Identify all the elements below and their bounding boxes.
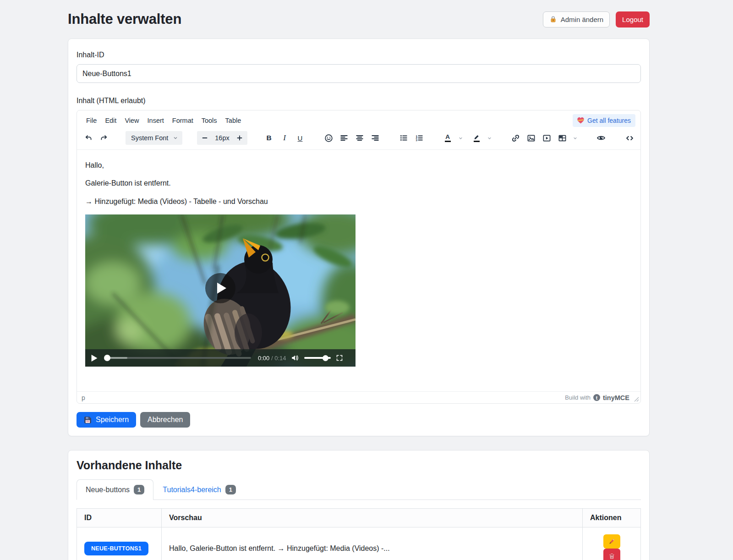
menu-edit[interactable]: Edit <box>101 114 120 127</box>
tab-tutorials4-bereich[interactable]: Tutorials4-bereich 1 <box>153 479 245 500</box>
text-color-button[interactable]: A <box>441 131 454 145</box>
bold-button[interactable]: B <box>262 131 276 145</box>
contents-table: ID Vorschau Aktionen NEUE-BUTTONS1 Hallo… <box>77 508 641 560</box>
underline-icon: U <box>298 134 303 142</box>
duration: 0:14 <box>274 355 286 362</box>
code-icon <box>625 134 634 143</box>
font-family-select[interactable]: System Font <box>126 131 182 145</box>
video-progress-bar[interactable] <box>105 357 251 359</box>
content-id-badge: NEUE-BUTTONS1 <box>84 542 148 555</box>
redo-button[interactable] <box>97 131 111 145</box>
volume-handle[interactable] <box>323 355 328 361</box>
editor-content-area[interactable]: Hallo, Galerie-Button ist entfernt. → Hi… <box>77 149 640 391</box>
link-icon <box>511 134 520 143</box>
existing-contents-section: Vorhandene Inhalte Neue-buttons 1 Tutori… <box>68 450 650 560</box>
font-family-value: System Font <box>131 134 168 142</box>
bullet-list-button[interactable] <box>397 131 410 145</box>
form-actions: Speichern Abbrechen <box>77 412 641 428</box>
menu-table[interactable]: Table <box>221 114 246 127</box>
align-left-button[interactable] <box>337 131 351 145</box>
chevron-down-icon <box>572 135 578 141</box>
floppy-disk-icon <box>84 416 92 424</box>
volume-slider[interactable] <box>304 357 331 359</box>
menu-tools[interactable]: Tools <box>197 114 221 127</box>
align-center-button[interactable] <box>353 131 366 145</box>
image-button[interactable] <box>524 131 538 145</box>
admin-change-button[interactable]: Admin ändern <box>543 11 610 27</box>
element-path[interactable]: p <box>82 394 85 401</box>
decrease-font-button[interactable] <box>199 131 211 145</box>
preview-button[interactable] <box>594 131 608 145</box>
increase-font-button[interactable] <box>234 131 246 145</box>
highlight-color-menu-button[interactable] <box>485 131 494 145</box>
table-button[interactable] <box>555 131 569 145</box>
chevron-down-icon <box>458 135 464 141</box>
highlight-color-button[interactable] <box>470 131 483 145</box>
svg-text:3: 3 <box>416 139 418 142</box>
menu-view[interactable]: View <box>120 114 143 127</box>
content-form-card: Inhalt-ID Inhalt (HTML erlaubt) File Edi… <box>68 38 650 436</box>
editor-toolbar: System Font 16px <box>77 128 640 149</box>
volume-button[interactable] <box>291 354 299 362</box>
tab-neue-buttons[interactable]: Neue-buttons 1 <box>77 479 153 500</box>
underline-button[interactable]: U <box>293 131 307 145</box>
table-header-row: ID Vorschau Aktionen <box>77 509 641 527</box>
cancel-button[interactable]: Abbrechen <box>140 412 190 428</box>
get-all-features-label: Get all features <box>587 117 631 124</box>
menu-file[interactable]: File <box>82 114 101 127</box>
header-actions: Admin ändern Logout <box>543 11 650 27</box>
emoji-button[interactable] <box>322 131 335 145</box>
numbered-list-icon: 123 <box>415 134 423 142</box>
delete-button[interactable] <box>603 549 620 560</box>
rich-text-editor: File Edit View Insert Format Tools Table <box>77 110 641 404</box>
numbered-list-button[interactable]: 123 <box>412 131 426 145</box>
menu-format[interactable]: Format <box>168 114 197 127</box>
align-center-icon <box>356 134 364 142</box>
undo-button[interactable] <box>82 131 95 145</box>
italic-button[interactable]: I <box>278 131 291 145</box>
edit-button[interactable] <box>603 534 620 549</box>
save-button[interactable]: Speichern <box>77 412 136 428</box>
tinymce-branding[interactable]: Build with t tinyMCE <box>565 394 636 401</box>
page: Inhalte verwalten Admin ändern Logout In… <box>68 0 650 560</box>
id-cell: NEUE-BUTTONS1 <box>77 527 162 560</box>
get-all-features-button[interactable]: Get all features <box>573 114 635 127</box>
align-right-button[interactable] <box>368 131 382 145</box>
tab-label: Neue-buttons <box>86 486 130 494</box>
plus-icon <box>236 134 243 142</box>
tinymce-logo-icon: t <box>593 394 600 401</box>
trash-icon <box>608 552 615 560</box>
source-code-button[interactable] <box>623 131 636 145</box>
inhalt-id-label: Inhalt-ID <box>77 51 641 59</box>
table-row: NEUE-BUTTONS1 Hallo, Galerie-Button ist … <box>77 527 641 560</box>
editor-menubar: File Edit View Insert Format Tools Table <box>77 110 640 128</box>
fullscreen-button[interactable] <box>336 354 343 362</box>
video-player[interactable]: 0:00 / 0:14 <box>85 214 356 367</box>
column-header-id: ID <box>77 509 162 527</box>
resize-handle-icon[interactable] <box>634 397 639 402</box>
video-time-display: 0:00 / 0:14 <box>258 355 286 362</box>
menu-insert[interactable]: Insert <box>143 114 168 127</box>
volume-icon <box>291 354 299 362</box>
editor-statusbar: p Build with t tinyMCE <box>77 391 640 403</box>
redo-icon <box>100 134 108 142</box>
progress-handle[interactable] <box>104 355 110 361</box>
existing-contents-heading: Vorhandene Inhalte <box>77 459 641 472</box>
link-button[interactable] <box>509 131 522 145</box>
font-size-value[interactable]: 16px <box>212 134 233 142</box>
tab-label: Tutorials4-bereich <box>163 486 221 494</box>
content-paragraph: → Hinzugefügt: Media (Videos) - Tabelle … <box>85 197 632 207</box>
inhalt-id-input[interactable] <box>77 64 641 83</box>
text-color-menu-button[interactable] <box>456 131 465 145</box>
chevron-down-icon <box>487 135 492 141</box>
play-icon <box>217 283 226 294</box>
table-menu-button[interactable] <box>571 131 580 145</box>
media-button[interactable] <box>540 131 553 145</box>
bullet-list-icon <box>399 134 408 142</box>
page-title: Inhalte verwalten <box>68 11 181 27</box>
logout-button[interactable]: Logout <box>616 11 650 27</box>
video-play-button[interactable] <box>91 355 98 362</box>
video-play-overlay[interactable] <box>205 273 235 303</box>
heart-icon <box>577 117 584 124</box>
current-time: 0:00 <box>258 355 269 362</box>
